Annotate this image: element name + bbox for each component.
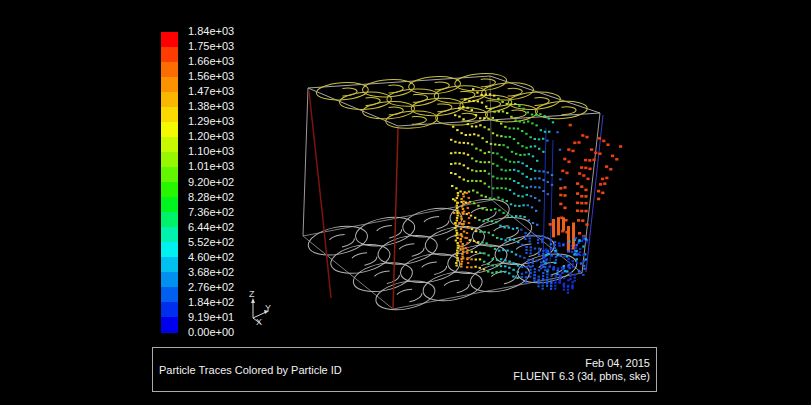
- red-zone-lines: [309, 91, 398, 309]
- caption-box: Particle Traces Colored by Particle ID F…: [152, 347, 657, 392]
- fluent-graphics-window: 1.84e+031.75e+031.66e+031.56e+031.47e+03…: [0, 0, 811, 405]
- plot-title: Particle Traces Colored by Particle ID: [159, 364, 342, 376]
- date-stamp: Feb 04, 2015: [513, 357, 650, 370]
- solver-stamp: FLUENT 6.3 (3d, pbns, ske): [513, 370, 650, 383]
- stamp-block: Feb 04, 2015 FLUENT 6.3 (3d, pbns, ske): [513, 357, 650, 383]
- viewport-3d[interactable]: ZYX: [0, 0, 811, 405]
- axis-triad: ZYX: [249, 289, 271, 327]
- x-axis-label: X: [256, 317, 262, 327]
- particle-traces: [450, 88, 622, 294]
- top-swirls: [316, 72, 588, 130]
- z-axis-label: Z: [249, 289, 255, 299]
- y-axis-label: Y: [265, 303, 271, 313]
